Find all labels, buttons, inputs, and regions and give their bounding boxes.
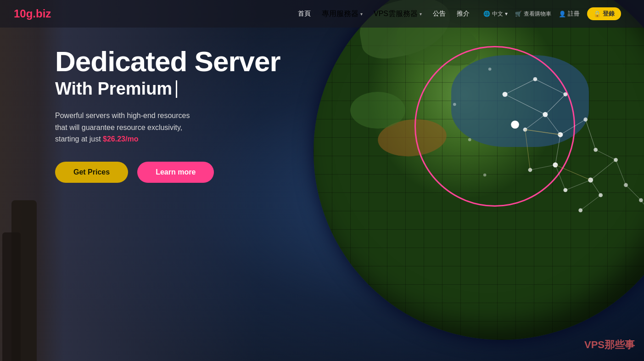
- nav-announcements[interactable]: 公告: [433, 10, 446, 18]
- chevron-down-icon: ▾: [360, 11, 363, 17]
- get-prices-button[interactable]: Get Prices: [55, 162, 128, 183]
- svg-line-27: [586, 119, 596, 150]
- nav-referral[interactable]: 推介: [457, 10, 470, 18]
- svg-line-28: [555, 135, 560, 165]
- register-link[interactable]: 👤 註冊: [559, 10, 580, 18]
- language-selector[interactable]: 🌐 中文 ▾: [483, 10, 508, 18]
- lock-icon: 🔒: [594, 11, 601, 17]
- hero-title-main: Dedicated Server: [55, 46, 280, 77]
- network-nodes: [314, 0, 644, 361]
- navbar: 10g.biz 首頁 專用服務器 ▾ VPS雲服務器 ▾ 公告 推介 🌐 中文 …: [0, 0, 644, 28]
- main-nav: 首頁 專用服務器 ▾ VPS雲服務器 ▾ 公告 推介: [298, 9, 470, 19]
- globe-visual: [314, 0, 644, 361]
- logo-text: 10g: [14, 7, 33, 20]
- nav-top-controls: 🌐 中文 ▾ 🛒 查看購物車 👤 註冊 🔒 登錄: [483, 7, 621, 20]
- svg-point-15: [578, 208, 582, 212]
- cart-icon: 🛒: [515, 11, 522, 17]
- hero-title-sub: With Premium: [55, 79, 280, 99]
- svg-line-36: [596, 150, 616, 160]
- svg-point-45: [483, 174, 487, 177]
- svg-line-25: [545, 114, 560, 135]
- svg-line-31: [566, 180, 591, 190]
- watermark: VPS那些事: [584, 338, 635, 352]
- svg-line-39: [525, 130, 560, 135]
- hero-content: Dedicated Server With Premium Powerful s…: [55, 46, 280, 183]
- svg-line-21: [535, 79, 566, 94]
- svg-line-23: [505, 94, 545, 114]
- svg-line-33: [616, 160, 626, 185]
- lang-arrow: ▾: [505, 11, 508, 17]
- site-logo[interactable]: 10g.biz: [14, 7, 51, 20]
- logo-accent: .biz: [33, 7, 51, 20]
- svg-line-26: [560, 119, 586, 135]
- svg-line-34: [626, 185, 641, 200]
- nav-vps-cloud[interactable]: VPS雲服務器 ▾: [374, 9, 422, 19]
- svg-point-42: [488, 68, 492, 71]
- svg-line-20: [505, 79, 535, 94]
- svg-line-38: [581, 195, 601, 210]
- hero-buttons: Get Prices Learn more: [55, 162, 280, 183]
- learn-more-button[interactable]: Learn more: [137, 162, 214, 183]
- price-highlight: $26.23/mo: [103, 135, 138, 143]
- svg-line-35: [641, 200, 644, 220]
- svg-line-40: [525, 130, 530, 170]
- svg-line-32: [591, 160, 616, 180]
- cart-link[interactable]: 🛒 查看購物車: [515, 10, 551, 18]
- nav-home[interactable]: 首頁: [298, 10, 311, 18]
- svg-line-29: [530, 165, 555, 170]
- user-icon: 👤: [559, 11, 566, 17]
- globe-icon: 🌐: [483, 11, 490, 17]
- hero-description: Powerful servers with high-end resources…: [55, 110, 280, 145]
- chevron-down-icon-2: ▾: [420, 11, 422, 17]
- svg-line-24: [525, 114, 545, 130]
- login-button[interactable]: 🔒 登錄: [587, 7, 621, 20]
- person-figure-2: [2, 232, 21, 361]
- cursor-blink: [176, 80, 177, 98]
- svg-line-37: [591, 180, 601, 195]
- nav-dedicated-server[interactable]: 專用服務器 ▾: [322, 9, 363, 19]
- svg-line-22: [545, 94, 566, 114]
- svg-point-43: [453, 103, 456, 106]
- svg-point-44: [468, 138, 471, 141]
- svg-point-18: [511, 120, 519, 129]
